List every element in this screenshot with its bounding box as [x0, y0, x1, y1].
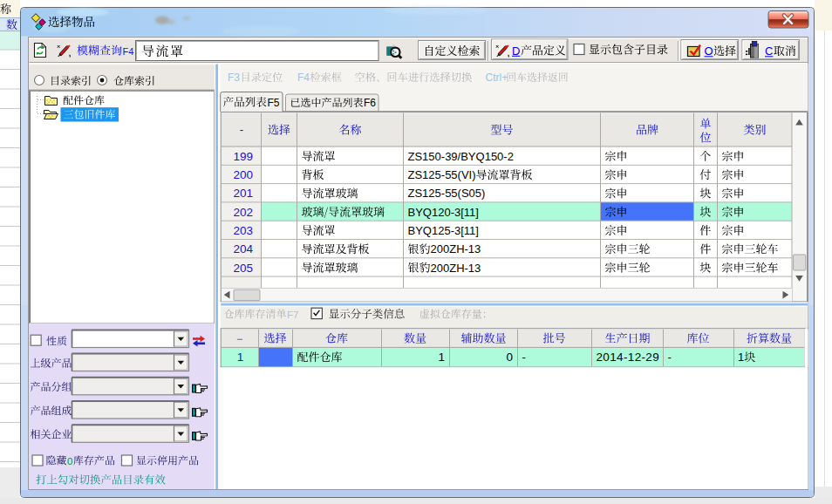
svg-text:D: D: [512, 44, 520, 58]
svg-text:205: 205: [234, 262, 254, 275]
svg-text:202: 202: [234, 206, 254, 219]
svg-text:-: -: [668, 351, 672, 364]
svg-text:F4: F4: [123, 46, 134, 57]
svg-text:201: 201: [234, 187, 254, 200]
svg-text:0: 0: [506, 351, 513, 364]
svg-text:200ZH-13: 200ZH-13: [431, 242, 481, 255]
svg-text:F7: F7: [287, 310, 298, 320]
svg-text:ZS125-55(S05): ZS125-55(S05): [408, 187, 486, 200]
svg-text:Ctrl+: Ctrl+: [486, 72, 508, 84]
svg-text:1: 1: [438, 351, 445, 364]
svg-text:2014-12-29: 2014-12-29: [597, 351, 660, 364]
svg-text:1: 1: [237, 351, 244, 364]
svg-text:200ZH-13: 200ZH-13: [431, 262, 481, 275]
svg-text:ZS150-39/BYQ150-2: ZS150-39/BYQ150-2: [408, 150, 514, 163]
svg-text:O: O: [705, 44, 713, 58]
svg-text:204: 204: [234, 242, 254, 255]
svg-text:C: C: [765, 44, 773, 58]
svg-text:200: 200: [234, 168, 254, 181]
svg-text:199: 199: [234, 150, 254, 163]
svg-text:-: -: [522, 351, 526, 364]
svg-text:BYQ120-3[11]: BYQ120-3[11]: [408, 206, 479, 219]
svg-text:F5: F5: [267, 97, 279, 109]
svg-text:BYQ125-3[11]: BYQ125-3[11]: [408, 224, 479, 237]
svg-text:0: 0: [67, 456, 72, 467]
svg-text:1: 1: [738, 351, 744, 364]
svg-text:ZS125-55(VI): ZS125-55(VI): [408, 168, 476, 181]
svg-text:F6: F6: [364, 97, 376, 109]
svg-text:-: -: [240, 123, 243, 136]
svg-text:203: 203: [234, 224, 254, 237]
svg-text:F3: F3: [228, 72, 240, 84]
svg-text:F4: F4: [297, 72, 310, 84]
